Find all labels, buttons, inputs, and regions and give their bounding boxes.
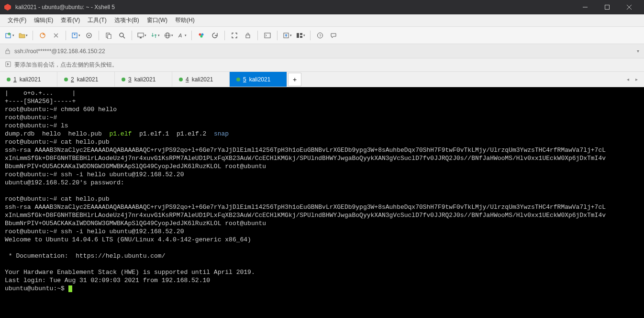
address-dropdown-icon[interactable]: ▾	[637, 48, 639, 54]
tipbar: 要添加当前会话，点击左侧的箭头按钮。	[0, 58, 644, 72]
tab-5[interactable]: 5kali2021	[230, 72, 287, 87]
prompt: root@ubuntu:~#	[5, 195, 57, 203]
window-controls	[574, 0, 640, 14]
menu-tools[interactable]: 工具(T)	[84, 15, 110, 26]
svg-point-11	[89, 34, 90, 36]
addressbar: ▾	[0, 44, 644, 58]
upload-button[interactable]	[281, 30, 293, 41]
refresh-button[interactable]	[209, 30, 221, 41]
terminal[interactable]: | o+o.+... | +----[SHA256]-----+ root@ub…	[0, 87, 644, 318]
properties-button[interactable]	[83, 30, 95, 41]
svg-line-15	[123, 36, 125, 38]
svg-rect-25	[246, 35, 250, 38]
menu-tabs[interactable]: 选项卡(B)	[111, 15, 143, 26]
svg-rect-26	[265, 33, 270, 38]
layout-button[interactable]	[295, 30, 306, 41]
transfer-button[interactable]	[149, 30, 161, 41]
svg-rect-13	[108, 34, 111, 39]
status-dot-icon	[179, 78, 183, 81]
svg-text:A: A	[178, 33, 182, 38]
separator	[257, 31, 258, 40]
svg-rect-16	[138, 33, 144, 37]
disconnect-button[interactable]	[50, 30, 62, 41]
maximize-button[interactable]	[596, 0, 618, 14]
svg-rect-1	[605, 5, 610, 10]
separator	[191, 31, 192, 40]
chat-button[interactable]	[328, 30, 339, 41]
prompt: root@ubuntu:~#	[5, 171, 57, 178]
menu-edit[interactable]: 编辑(E)	[30, 15, 57, 26]
address-input[interactable]	[14, 48, 634, 55]
prompt: root@ubuntu:~#	[5, 114, 57, 121]
app-icon	[4, 3, 11, 11]
window-title: kali2021 - ubuntu@ubuntu: ~ - Xshell 5	[15, 4, 574, 11]
prompt: root@ubuntu:~#	[5, 228, 57, 235]
tabbar: 1kali2021 2kali2021 3kali2021 4kali2021 …	[0, 72, 644, 87]
screen-button[interactable]	[136, 30, 147, 41]
menubar: 文件(F) 编辑(E) 查看(V) 工具(T) 选项卡(B) 窗口(W) 帮助(…	[0, 14, 644, 27]
svg-point-14	[120, 33, 123, 37]
svg-rect-33	[6, 51, 10, 54]
separator	[99, 31, 99, 40]
fullscreen-button[interactable]	[229, 30, 240, 41]
status-dot-icon	[122, 78, 125, 81]
reconnect-button[interactable]	[37, 30, 48, 41]
tab-1[interactable]: 1kali2021	[0, 72, 57, 87]
separator	[277, 31, 278, 40]
svg-rect-28	[297, 33, 299, 38]
separator	[132, 31, 132, 40]
tab-4[interactable]: 4kali2021	[172, 72, 230, 87]
prompt: root@ubuntu:~#	[5, 138, 57, 146]
status-dot-icon	[64, 78, 68, 81]
ubuntu-prompt: ubuntu@ubuntu:~$	[5, 285, 65, 292]
tab-prev-button[interactable]: ◂	[624, 76, 632, 83]
close-button[interactable]	[618, 0, 640, 14]
help-button[interactable]: ?	[314, 30, 326, 41]
add-tab-button[interactable]: +	[288, 73, 301, 86]
svg-point-22	[199, 33, 201, 35]
separator	[310, 31, 311, 40]
menu-help[interactable]: 帮助(H)	[171, 15, 199, 26]
svg-rect-29	[300, 33, 302, 35]
open-button[interactable]	[17, 30, 29, 41]
cursor	[68, 285, 72, 292]
tab-next-button[interactable]: ▸	[633, 76, 640, 83]
copy-button[interactable]	[103, 30, 114, 41]
svg-point-7	[40, 33, 45, 38]
font-button[interactable]: A	[176, 30, 188, 41]
profile-button[interactable]	[70, 30, 81, 41]
color-button[interactable]	[196, 30, 207, 41]
status-dot-icon	[236, 78, 240, 81]
titlebar: kali2021 - ubuntu@ubuntu: ~ - Xshell 5	[0, 0, 644, 14]
tip-text: 要添加当前会话，点击左侧的箭头按钮。	[14, 61, 118, 69]
prompt: root@ubuntu:~#	[5, 122, 57, 129]
terminal-button[interactable]	[262, 30, 273, 41]
find-button[interactable]	[116, 30, 128, 41]
separator	[33, 31, 33, 40]
svg-point-24	[200, 35, 203, 37]
toolbar: A ?	[0, 27, 644, 44]
menu-window[interactable]: 窗口(W)	[143, 15, 171, 26]
svg-point-9	[74, 34, 75, 35]
lock-button[interactable]	[242, 30, 254, 41]
tab-3[interactable]: 3kali2021	[115, 72, 172, 87]
tab-2[interactable]: 2kali2021	[57, 72, 115, 87]
svg-text:?: ?	[319, 34, 322, 38]
prompt: root@ubuntu:~#	[5, 106, 57, 113]
menu-view[interactable]: 查看(V)	[57, 15, 84, 26]
status-dot-icon	[7, 78, 11, 81]
svg-rect-30	[300, 36, 302, 38]
minimize-button[interactable]	[574, 0, 596, 14]
menu-file[interactable]: 文件(F)	[4, 15, 30, 26]
new-session-button[interactable]	[4, 30, 15, 41]
separator	[224, 31, 225, 40]
separator	[66, 31, 66, 40]
globe-button[interactable]	[163, 30, 174, 41]
tip-arrow-icon[interactable]	[5, 61, 11, 69]
lock-icon	[5, 48, 11, 55]
